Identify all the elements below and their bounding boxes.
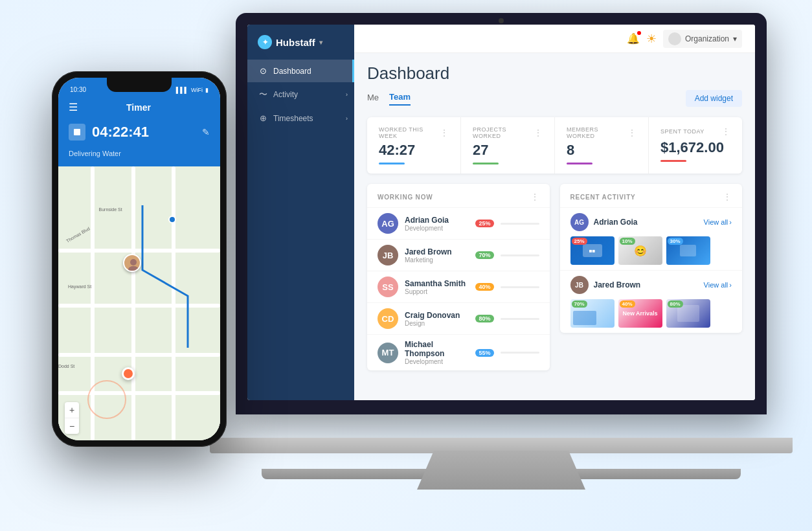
map-zoom-in[interactable]: + bbox=[65, 402, 79, 418]
member-avatar-4: MT bbox=[378, 343, 398, 363]
stat-value-spent: $1,672.00 bbox=[660, 139, 730, 156]
member-avatar-3: CD bbox=[378, 308, 398, 329]
recent-activity-menu[interactable]: ⋮ bbox=[723, 192, 732, 202]
member-name-2: Samantha Smith bbox=[405, 279, 469, 288]
phone-header: ☰ Timer bbox=[58, 96, 220, 120]
map-road-label-4: Dodd St bbox=[58, 364, 74, 368]
sidebar-item-activity[interactable]: 〜 Activity › bbox=[247, 82, 354, 107]
sidebar-item-dashboard[interactable]: ⊙ Dashboard bbox=[247, 60, 354, 82]
phone-edit-icon[interactable]: ✎ bbox=[202, 127, 210, 137]
org-label: Organization bbox=[685, 34, 729, 43]
phone-mockup: 10:30 ▌▌▌ WiFi ▮ ☰ Timer 04:22:41 ✎ bbox=[52, 71, 227, 447]
member-avatar-0: AG bbox=[378, 213, 398, 234]
organization-selector[interactable]: Organization ▾ bbox=[663, 30, 742, 48]
phone-timer-section: 04:22:41 ✎ bbox=[58, 120, 220, 150]
view-all-1[interactable]: View all › bbox=[704, 281, 732, 289]
member-row-4: MT Michael Thompson Development 55% bbox=[367, 334, 550, 370]
phone-wifi-icon: WiFi bbox=[191, 87, 203, 93]
member-bar-4 bbox=[501, 352, 539, 354]
activity-person-header-0: AG Adrian Goia View all › bbox=[570, 213, 732, 231]
thumb-badge-1-0: 70% bbox=[572, 300, 587, 308]
dashboard-icon: ⊙ bbox=[258, 66, 268, 76]
member-name-4: Michael Thompson bbox=[405, 340, 469, 358]
working-now-panel: WORKING NOW ⋮ AG Adrian Goia Development bbox=[367, 184, 550, 370]
thumb-badge-0-0: 25% bbox=[572, 238, 587, 245]
recent-activity-col: RECENT ACTIVITY ⋮ AG Adrian Goia bbox=[560, 184, 743, 370]
activity-thumb-1-0: 70% bbox=[570, 299, 615, 328]
stat-menu-worked[interactable]: ⋮ bbox=[440, 128, 449, 138]
activity-thumb-0-0: ■■ 25% bbox=[570, 236, 615, 265]
activity-thumbnails-1: 70% New Arrivals 40% bbox=[570, 299, 732, 328]
phone-screen: 10:30 ▌▌▌ WiFi ▮ ☰ Timer 04:22:41 ✎ bbox=[58, 78, 220, 440]
sidebar-logo-dropdown[interactable]: ▾ bbox=[319, 39, 322, 46]
member-avatar-1: JB bbox=[378, 245, 398, 266]
phone-battery-icon: ▮ bbox=[205, 87, 209, 93]
map-zoom-out[interactable]: − bbox=[65, 418, 79, 434]
phone-time: 10:30 bbox=[70, 86, 86, 93]
add-widget-button[interactable]: Add widget bbox=[686, 90, 742, 107]
tab-me[interactable]: Me bbox=[367, 93, 379, 105]
working-now-menu[interactable]: ⋮ bbox=[530, 192, 539, 202]
member-info-1: Jared Brown Marketing bbox=[405, 247, 469, 264]
svg-point-0 bbox=[130, 259, 137, 266]
working-now-header: WORKING NOW ⋮ bbox=[367, 184, 550, 207]
notification-icon[interactable]: 🔔 bbox=[627, 32, 640, 45]
phone-stop-icon bbox=[74, 129, 80, 135]
activity-icon: 〜 bbox=[258, 89, 268, 100]
laptop-stand bbox=[417, 451, 585, 490]
stat-worked-this-week: WORKED THIS WEEK ⋮ 42:27 bbox=[367, 117, 461, 174]
stat-label-worked: WORKED THIS WEEK ⋮ bbox=[379, 126, 449, 139]
map-destination-pin bbox=[122, 367, 135, 380]
stat-value-worked: 42:27 bbox=[379, 142, 449, 159]
member-badge-0: 25% bbox=[475, 220, 493, 227]
dashboard-body: Dashboard Me Team Add widget WORKED THIS… bbox=[354, 53, 755, 400]
two-col-section: WORKING NOW ⋮ AG Adrian Goia Development bbox=[367, 184, 742, 370]
stat-bar-worked bbox=[379, 163, 405, 164]
member-badge-4: 55% bbox=[475, 349, 493, 357]
member-bar-1 bbox=[501, 254, 539, 256]
activity-person-0: AG Adrian Goia View all › bbox=[560, 207, 743, 270]
phone-timer-value: 04:22:41 bbox=[92, 124, 196, 141]
activity-chevron-icon: › bbox=[346, 91, 348, 98]
stat-projects-worked: PROJECTS WORKED ⋮ 27 bbox=[461, 117, 555, 174]
stat-menu-spent[interactable]: ⋮ bbox=[721, 126, 731, 137]
stat-bar-projects bbox=[473, 163, 499, 164]
stat-value-projects: 27 bbox=[473, 142, 543, 159]
activity-person-1: JB Jared Brown View all › bbox=[560, 270, 743, 333]
recent-activity-header: RECENT ACTIVITY ⋮ bbox=[560, 184, 743, 207]
top-bar-icons: 🔔 ☀ Organization ▾ bbox=[627, 30, 742, 48]
org-avatar bbox=[668, 32, 681, 45]
sun-icon[interactable]: ☀ bbox=[646, 32, 657, 46]
member-role-1: Marketing bbox=[405, 256, 469, 264]
phone-menu-icon[interactable]: ☰ bbox=[69, 101, 78, 113]
activity-thumbnails-0: ■■ 25% 😊 bbox=[570, 236, 732, 265]
member-bar-0 bbox=[501, 223, 539, 225]
member-badge-1: 70% bbox=[475, 251, 493, 259]
laptop-bezel: ✦ Hubstaff ▾ ⊙ Dashboard 〜 Activity › ⊕ … bbox=[236, 13, 767, 414]
phone-stop-button[interactable] bbox=[69, 124, 85, 141]
member-bar-3 bbox=[501, 318, 539, 320]
activity-thumb-1-1: New Arrivals 40% bbox=[618, 299, 662, 328]
map-road-label-3: Hayward St bbox=[68, 284, 91, 289]
sidebar-item-timesheets[interactable]: ⊕ Timesheets › bbox=[247, 107, 354, 130]
stat-label-projects: PROJECTS WORKED ⋮ bbox=[473, 126, 543, 139]
top-bar: 🔔 ☀ Organization ▾ bbox=[354, 25, 755, 53]
member-info-4: Michael Thompson Development bbox=[405, 340, 469, 365]
stat-menu-projects[interactable]: ⋮ bbox=[534, 128, 543, 138]
member-avatar-2: SS bbox=[378, 277, 398, 297]
stat-menu-members[interactable]: ⋮ bbox=[627, 128, 637, 138]
member-row-0: AG Adrian Goia Development 25% bbox=[367, 207, 550, 239]
view-all-0[interactable]: View all › bbox=[704, 218, 732, 226]
tab-team[interactable]: Team bbox=[389, 92, 411, 106]
member-role-2: Support bbox=[405, 288, 469, 295]
sidebar: ✦ Hubstaff ▾ ⊙ Dashboard 〜 Activity › ⊕ … bbox=[247, 25, 354, 400]
member-info-3: Craig Donovan Design bbox=[405, 311, 469, 327]
stat-value-members: 8 bbox=[567, 142, 637, 159]
member-row-1: JB Jared Brown Marketing 70% bbox=[367, 239, 550, 271]
phone-status-icons: ▌▌▌ WiFi ▮ bbox=[176, 87, 209, 93]
thumb-badge-1-1: 40% bbox=[620, 300, 635, 308]
phone-signal-icon: ▌▌▌ bbox=[176, 87, 188, 93]
member-badge-3: 80% bbox=[475, 315, 493, 322]
activity-avatar-0: AG bbox=[570, 213, 589, 231]
laptop-screen: ✦ Hubstaff ▾ ⊙ Dashboard 〜 Activity › ⊕ … bbox=[247, 25, 755, 400]
